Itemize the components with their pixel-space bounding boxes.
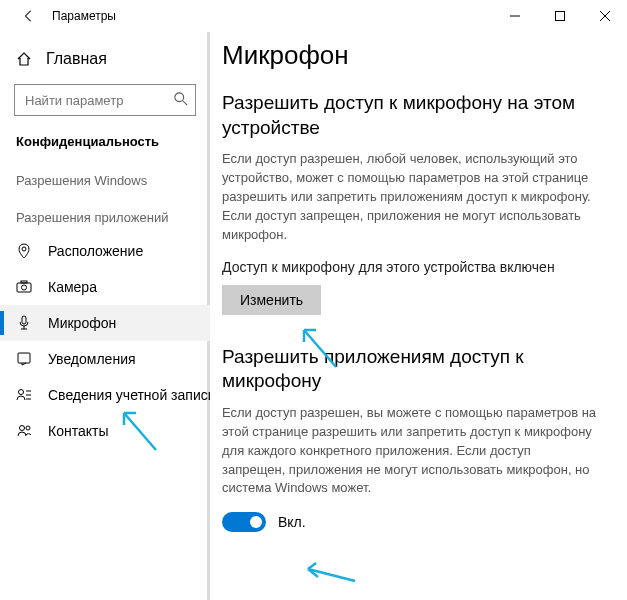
svg-rect-9 bbox=[22, 316, 26, 324]
sidebar-item-notifications[interactable]: Уведомления bbox=[0, 341, 210, 377]
search-icon bbox=[174, 92, 188, 110]
svg-point-11 bbox=[19, 390, 24, 395]
nav-label: Уведомления bbox=[48, 351, 136, 367]
svg-rect-6 bbox=[17, 283, 31, 292]
svg-point-4 bbox=[175, 93, 184, 102]
content-area: Микрофон Разрешить доступ к микрофону на… bbox=[210, 32, 627, 600]
microphone-icon bbox=[16, 315, 32, 331]
maximize-button[interactable] bbox=[537, 1, 582, 31]
svg-point-7 bbox=[22, 285, 27, 290]
search-input[interactable] bbox=[14, 84, 196, 116]
location-icon bbox=[16, 243, 32, 259]
sidebar: Главная Конфиденциальность Разрешения Wi… bbox=[0, 32, 210, 600]
toggle-label: Вкл. bbox=[278, 514, 306, 530]
svg-rect-8 bbox=[21, 281, 27, 283]
category-label: Конфиденциальность bbox=[0, 128, 210, 159]
svg-point-12 bbox=[20, 426, 25, 431]
sidebar-item-camera[interactable]: Камера bbox=[0, 269, 210, 305]
nav-label: Камера bbox=[48, 279, 97, 295]
group-label-apps: Разрешения приложений bbox=[0, 196, 210, 233]
close-button[interactable] bbox=[582, 1, 627, 31]
nav-label: Сведения учетной записи bbox=[48, 387, 210, 403]
contacts-icon bbox=[16, 423, 32, 439]
home-icon bbox=[16, 51, 32, 67]
nav-label: Микрофон bbox=[48, 315, 116, 331]
sidebar-item-location[interactable]: Расположение bbox=[0, 233, 210, 269]
minimize-button[interactable] bbox=[492, 1, 537, 31]
change-button[interactable]: Изменить bbox=[222, 285, 321, 315]
group-label-windows: Разрешения Windows bbox=[0, 159, 210, 196]
section2-title: Разрешить приложениям доступ к микрофону bbox=[222, 345, 597, 394]
nav-label: Расположение bbox=[48, 243, 143, 259]
device-access-status: Доступ к микрофону для этого устройства … bbox=[222, 259, 597, 275]
nav-label: Контакты bbox=[48, 423, 108, 439]
section2-desc: Если доступ разрешен, вы можете с помощь… bbox=[222, 404, 597, 498]
sidebar-item-home[interactable]: Главная bbox=[0, 42, 210, 78]
back-button[interactable] bbox=[14, 1, 44, 31]
section1-desc: Если доступ разрешен, любой человек, исп… bbox=[222, 150, 597, 244]
apps-access-toggle[interactable] bbox=[222, 512, 266, 532]
account-icon bbox=[16, 387, 32, 403]
svg-rect-10 bbox=[18, 353, 30, 363]
notification-icon bbox=[16, 351, 32, 367]
sidebar-item-microphone[interactable]: Микрофон bbox=[0, 305, 210, 341]
home-label: Главная bbox=[46, 50, 107, 68]
sidebar-item-contacts[interactable]: Контакты bbox=[0, 413, 210, 449]
svg-rect-1 bbox=[555, 12, 564, 21]
window-title: Параметры bbox=[52, 9, 116, 23]
camera-icon bbox=[16, 279, 32, 295]
section1-title: Разрешить доступ к микрофону на этом уст… bbox=[222, 91, 597, 140]
svg-line-5 bbox=[183, 101, 187, 105]
sidebar-item-account-info[interactable]: Сведения учетной записи bbox=[0, 377, 210, 413]
page-title: Микрофон bbox=[222, 40, 597, 71]
